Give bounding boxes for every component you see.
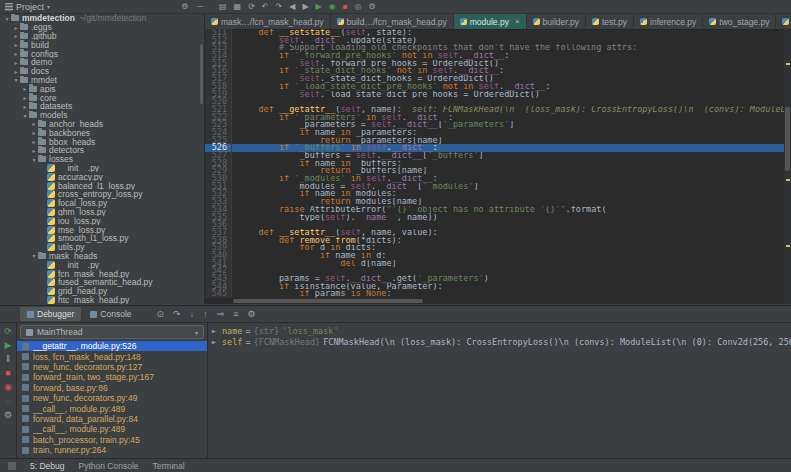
tree-item[interactable]: grid_head.py — [0, 287, 204, 296]
code-line[interactable]: 514 if '_forward_pre_hooks' not in self.… — [205, 52, 784, 60]
chevron-right-icon[interactable]: ▸ — [30, 129, 38, 136]
view-breakpoints-icon[interactable]: ◉ — [4, 382, 12, 392]
tool-window-switcher-icon[interactable] — [8, 462, 16, 470]
code-line[interactable]: 531 modules = self.__dict__['_modules'] — [205, 183, 784, 191]
chevron-right-icon[interactable]: ▸ — [21, 103, 29, 110]
tree-item[interactable]: ▸bbox_heads — [0, 137, 204, 146]
tree-item[interactable]: ▾mask_heads — [0, 252, 204, 261]
variable-row[interactable]: ▶self = {FCNMaskHead}FCNMaskHead(\n (los… — [208, 336, 791, 347]
pause-icon[interactable]: ‖ — [6, 354, 10, 364]
code-line[interactable]: 516 if '_state_dict_hooks' not in self._… — [205, 67, 784, 75]
stop-icon[interactable]: ■ — [343, 2, 348, 11]
tree-item[interactable]: ▸demo — [0, 58, 204, 67]
stack-frame[interactable]: batch_processor, train.py:45 — [17, 435, 207, 445]
code-line[interactable]: 541 del d[name] — [205, 260, 784, 268]
sync-icon[interactable]: ⟳ — [248, 2, 255, 11]
code-line[interactable]: 525 return _parameters[name] — [205, 137, 784, 145]
undo-icon[interactable]: ↶ — [262, 2, 269, 11]
tree-item-root[interactable]: ▾mmdetection~/git/mmdetection — [0, 14, 204, 23]
run-to-cursor-icon[interactable]: ⇒ — [217, 309, 225, 319]
tree-item[interactable]: ▾losses — [0, 155, 204, 164]
line-number[interactable]: 545 — [205, 290, 232, 298]
file-tab[interactable]: two_stage.py — [703, 14, 776, 29]
tree-item[interactable]: cross_entropy_loss.py — [0, 190, 204, 199]
chevron-right-icon[interactable]: ▸ — [12, 24, 20, 31]
status-bar-item[interactable]: Python Console — [79, 461, 139, 471]
stack-frame[interactable]: new_func, decorators.py:49 — [17, 393, 207, 403]
hscroll-thumb[interactable] — [233, 299, 423, 303]
tree-item[interactable]: ▾mmdet — [0, 76, 204, 85]
stack-frame[interactable]: train, runner.py:264 — [17, 445, 207, 455]
hide-panel-icon[interactable]: ─ — [197, 2, 203, 11]
code-line[interactable]: 513 # Support loading old checkpoints th… — [205, 44, 784, 52]
stop-icon[interactable]: ■ — [5, 368, 10, 378]
step-out-icon[interactable]: ↑ — [203, 309, 208, 319]
expand-icon[interactable]: ▶ — [212, 338, 219, 345]
project-panel-header[interactable]: Project ▾ ⚙ ─ — [0, 2, 209, 12]
file-tab[interactable]: test_mixins.py — [776, 14, 791, 29]
code-line[interactable]: 542 — [205, 267, 784, 275]
tree-item[interactable]: accuracy.py — [0, 172, 204, 181]
step-into-icon[interactable]: ↓ — [190, 309, 195, 319]
settings-icon[interactable]: ⚙ — [369, 2, 376, 11]
tree-item[interactable]: htc_mask_head.py — [0, 296, 204, 305]
settings-icon[interactable]: ⚙ — [247, 309, 255, 319]
code-line[interactable]: 523 _parameters = self.__dict__['_parame… — [205, 121, 784, 129]
close-icon[interactable]: × — [515, 17, 520, 26]
tree-item[interactable]: ▸detectors — [0, 146, 204, 155]
code-line[interactable]: 543 params = self.__dict__.get('_paramet… — [205, 275, 784, 283]
rerun-icon[interactable]: ⟳ — [4, 326, 12, 336]
chevron-down-icon[interactable]: ▾ — [30, 156, 38, 163]
code-line[interactable]: 520 — [205, 98, 784, 106]
tree-item[interactable]: fcn_mask_head.py — [0, 269, 204, 278]
code-line[interactable]: 524 if name in _parameters: — [205, 129, 784, 137]
run-icon[interactable]: ▶ — [316, 2, 322, 11]
tree-item[interactable]: ▸datasets — [0, 102, 204, 111]
tree-item[interactable]: ▾models — [0, 111, 204, 120]
error-stripe-mark[interactable] — [786, 245, 790, 247]
code-line[interactable]: 527 _buffers = self.__dict__['_buffers'] — [205, 152, 784, 160]
save-all-icon[interactable]: ▦ — [234, 2, 242, 11]
tree-item[interactable]: ▸build — [0, 40, 204, 49]
tree-item[interactable]: ▸.eggs — [0, 23, 204, 32]
stack-frame[interactable]: loss, fcn_mask_head.py:148 — [17, 351, 207, 361]
debug-tab-debugger[interactable]: Debugger — [20, 307, 81, 321]
file-tab[interactable]: test.py — [586, 14, 634, 29]
expand-icon[interactable]: ▶ — [212, 327, 219, 334]
step-over-icon[interactable]: ↷ — [173, 309, 181, 319]
chevron-down-icon[interactable]: ▾ — [47, 3, 50, 10]
code-line[interactable]: 528 if name in _buffers: — [205, 160, 784, 168]
status-bar-item[interactable]: Terminal — [153, 461, 185, 471]
code-line[interactable]: 526 if '_buffers' in self.__dict__: — [205, 144, 784, 152]
code-line[interactable]: 533 return modules[name] — [205, 198, 784, 206]
file-tab[interactable]: builder.py — [527, 14, 586, 29]
chevron-down-icon[interactable]: ▾ — [12, 76, 20, 83]
tree-item[interactable]: iou_loss.py — [0, 216, 204, 225]
tree-item[interactable]: ▸.github — [0, 32, 204, 41]
code-line[interactable]: 534 raise AttributeError("'{}' object ha… — [205, 206, 784, 214]
code-line[interactable]: 535 type(self).__name__, name)) — [205, 214, 784, 222]
code-line[interactable]: 515 self._forward_pre_hooks = OrderedDic… — [205, 60, 784, 68]
tree-item[interactable]: ▸configs — [0, 49, 204, 58]
code-line[interactable]: 537 def __setattr__(self, name, value): — [205, 229, 784, 237]
open-icon[interactable]: ▤ — [219, 2, 227, 11]
stack-frame[interactable]: forward, data_parallel.py:84 — [17, 414, 207, 424]
vscroll-thumb[interactable] — [785, 107, 790, 171]
variable-row[interactable]: ▶name = {str}'loss_mask' — [208, 325, 791, 336]
code-line[interactable]: 517 self._state_dict_hooks = OrderedDict… — [205, 75, 784, 83]
file-tab[interactable]: module.py× — [454, 14, 527, 29]
code-line[interactable]: 536 — [205, 221, 784, 229]
tree-item[interactable]: __init__.py — [0, 260, 204, 269]
chevron-right-icon[interactable]: ▸ — [30, 120, 38, 127]
chevron-down-icon[interactable]: ▾ — [30, 252, 38, 259]
code-line[interactable]: 512 self.__dict__.update(state) — [205, 37, 784, 45]
code-line[interactable]: 539 for d in dicts: — [205, 244, 784, 252]
tree-item[interactable]: ▸core — [0, 93, 204, 102]
stack-frame[interactable]: __call__, module.py:489 — [17, 424, 207, 434]
file-tab[interactable]: inference.py — [634, 14, 703, 29]
evaluate-expression-icon[interactable]: ≡ — [233, 309, 238, 319]
back-icon[interactable]: ◀ — [289, 2, 295, 11]
chevron-right-icon[interactable]: ▸ — [30, 138, 38, 145]
code-line[interactable]: 530 if '_modules' in self.__dict__: — [205, 175, 784, 183]
tree-item[interactable]: ▸apis — [0, 84, 204, 93]
